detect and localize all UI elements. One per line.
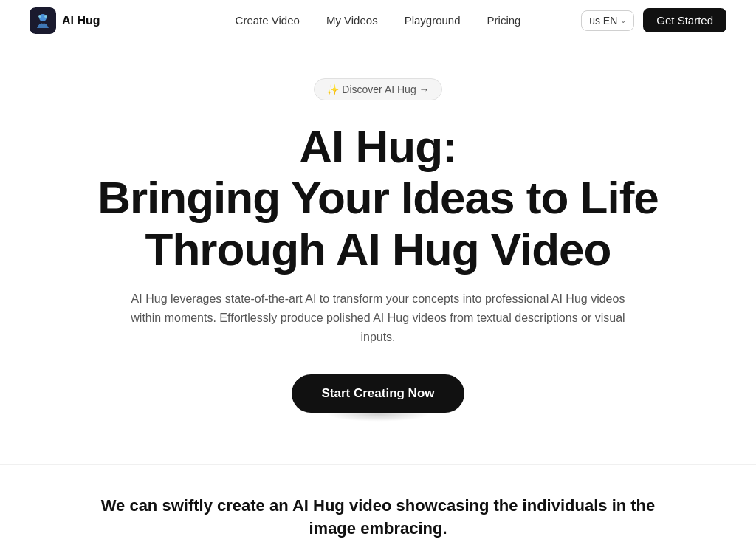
nav-right: us EN ⌄ Get Started bbox=[581, 8, 726, 32]
hero-section: ✨ Discover AI Hug → AI Hug: Bringing You… bbox=[0, 41, 756, 450]
nav-my-videos[interactable]: My Videos bbox=[326, 14, 378, 27]
navbar: AI Hug Create Video My Videos Playground… bbox=[0, 0, 756, 41]
chevron-down-icon: ⌄ bbox=[620, 16, 626, 24]
hero-subtitle: AI Hug leverages state-of-the-art AI to … bbox=[127, 289, 629, 346]
hero-title-line2: Bringing Your Ideas to Life bbox=[97, 172, 659, 223]
svg-point-2 bbox=[38, 15, 41, 18]
nav-left: AI Hug bbox=[30, 7, 100, 34]
hero-title: AI Hug: Bringing Your Ideas to Life Thro… bbox=[97, 121, 659, 275]
language-label: us EN bbox=[589, 15, 617, 27]
nav-links: Create Video My Videos Playground Pricin… bbox=[236, 14, 521, 27]
svg-point-3 bbox=[44, 15, 47, 18]
nav-pricing[interactable]: Pricing bbox=[487, 14, 521, 27]
nav-playground[interactable]: Playground bbox=[405, 14, 461, 27]
get-started-button[interactable]: Get Started bbox=[643, 8, 726, 32]
brand-name: AI Hug bbox=[62, 14, 100, 27]
start-creating-button[interactable]: Start Creating Now bbox=[292, 374, 464, 413]
hero-title-line1: AI Hug: bbox=[97, 121, 659, 172]
hero-title-line3: Through AI Hug Video bbox=[97, 224, 659, 275]
bottom-section: We can swiftly create an AI Hug video sh… bbox=[0, 464, 756, 539]
discover-badge[interactable]: ✨ Discover AI Hug → bbox=[314, 78, 441, 100]
cta-wrapper: Start Creating Now bbox=[292, 374, 464, 413]
bottom-title: We can swiftly create an AI Hug video sh… bbox=[83, 495, 673, 539]
logo-icon bbox=[30, 7, 56, 34]
language-selector[interactable]: us EN ⌄ bbox=[581, 10, 634, 31]
nav-create-video[interactable]: Create Video bbox=[236, 14, 300, 27]
